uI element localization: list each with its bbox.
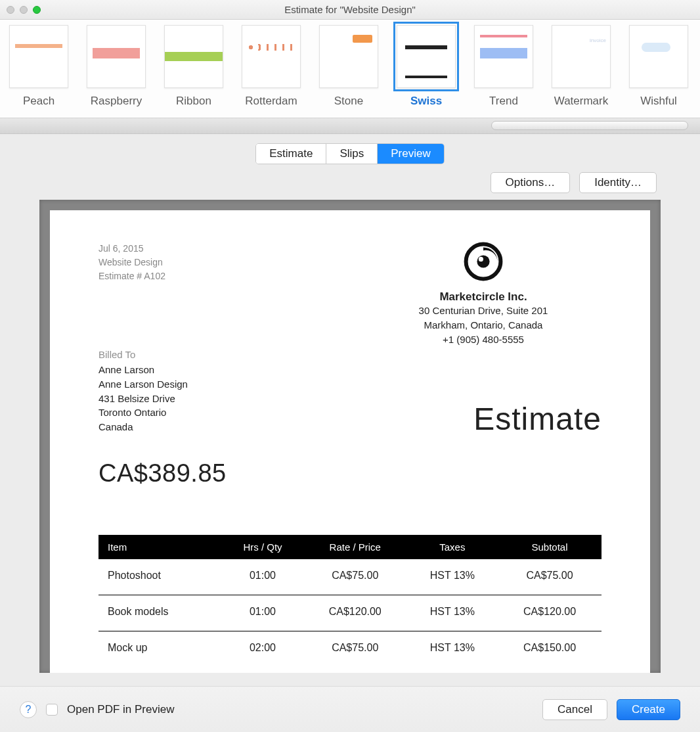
cell-hrs: 02:00: [222, 631, 303, 667]
template-thumb: [164, 25, 223, 88]
col-taxes: Taxes: [407, 535, 498, 559]
template-thumb: [397, 25, 456, 88]
company-block: Marketcircle Inc. 30 Centurian Drive, Su…: [365, 242, 602, 346]
company-logo-icon: [464, 242, 503, 281]
col-hrs: Hrs / Qty: [222, 535, 303, 559]
table-row: Mock up 02:00 CA$75.00 HST 13% CA$150.00: [98, 631, 602, 667]
help-icon: ?: [26, 704, 32, 716]
open-pdf-checkbox[interactable]: [46, 704, 58, 716]
create-button[interactable]: Create: [617, 699, 680, 720]
template-label: Wishful: [640, 95, 677, 108]
template-raspberry[interactable]: Raspberry: [77, 25, 155, 108]
template-thumb: [87, 25, 146, 88]
company-name: Marketcircle Inc.: [365, 290, 602, 304]
billed-to-label: Billed To: [98, 349, 602, 360]
tab-estimate[interactable]: Estimate: [256, 144, 326, 164]
cell-rate: CA$120.00: [303, 595, 407, 631]
template-stone[interactable]: Stone: [310, 25, 387, 108]
col-subtotal: Subtotal: [498, 535, 602, 559]
document-title: Estimate: [473, 401, 602, 437]
cell-taxes: HST 13%: [407, 631, 498, 667]
options-button[interactable]: Options…: [491, 172, 571, 193]
template-thumb: [9, 25, 68, 88]
template-label: Raspberry: [91, 95, 142, 108]
template-trend[interactable]: Trend: [465, 25, 542, 108]
template-label: Peach: [23, 95, 55, 108]
document-total: CA$389.85: [98, 459, 602, 488]
document-page: Jul 6, 2015 Website Design Estimate # A1…: [50, 210, 650, 673]
template-ribbon[interactable]: Ribbon: [155, 25, 232, 108]
template-swiss[interactable]: Swiss: [387, 25, 465, 108]
open-pdf-label[interactable]: Open PDF in Preview: [67, 703, 174, 716]
cell-hrs: 01:00: [222, 559, 303, 595]
tab-slips[interactable]: Slips: [326, 144, 377, 164]
cell-rate: CA$75.00: [303, 631, 407, 667]
svg-point-1: [477, 255, 489, 267]
template-thumb: [319, 25, 378, 88]
view-tabs: Estimate Slips Preview: [255, 143, 444, 164]
cell-subtotal: CA$150.00: [498, 631, 602, 667]
cell-rate: CA$75.00: [303, 559, 407, 595]
template-label: Ribbon: [176, 95, 211, 108]
cell-subtotal: CA$120.00: [498, 595, 602, 631]
company-phone: +1 (905) 480-5555: [365, 332, 602, 347]
cancel-button[interactable]: Cancel: [542, 699, 607, 720]
billed-company: Anne Larson Design: [98, 377, 602, 392]
template-thumb: [629, 25, 688, 88]
help-button[interactable]: ?: [20, 701, 37, 718]
template-label: Rotterdam: [245, 95, 297, 108]
titlebar: Estimate for "Website Design": [0, 0, 700, 20]
company-addr2: Markham, Ontario, Canada: [365, 318, 602, 332]
template-label: Swiss: [410, 95, 442, 108]
cell-taxes: HST 13%: [407, 595, 498, 631]
col-item: Item: [98, 535, 222, 559]
svg-point-2: [479, 257, 483, 262]
cell-item: Photoshoot: [98, 559, 222, 595]
template-thumb: [474, 25, 533, 88]
template-label: Stone: [334, 95, 363, 108]
bottom-bar: ? Open PDF in Preview Cancel Create: [0, 686, 700, 732]
template-scrollbar[interactable]: [0, 118, 700, 134]
template-thumb: invoice: [552, 25, 611, 88]
cell-item: Book models: [98, 595, 222, 631]
template-peach[interactable]: Peach: [0, 25, 77, 108]
cell-hrs: 01:00: [222, 595, 303, 631]
scrollbar-thumb[interactable]: [491, 121, 688, 130]
table-row: Book models 01:00 CA$120.00 HST 13% CA$1…: [98, 595, 602, 631]
window-title: Estimate for "Website Design": [0, 4, 700, 15]
company-addr1: 30 Centurian Drive, Suite 201: [365, 304, 602, 318]
cell-subtotal: CA$75.00: [498, 559, 602, 595]
template-rotterdam[interactable]: Rotterdam: [232, 25, 310, 108]
template-wishful[interactable]: Wishful: [620, 25, 697, 108]
cell-item: Mock up: [98, 631, 222, 667]
template-watermark[interactable]: invoice Watermark: [542, 25, 620, 108]
options-row: Options… Identity…: [0, 170, 700, 200]
template-thumb: [242, 25, 301, 88]
billed-name: Anne Larson: [98, 363, 602, 377]
cell-taxes: HST 13%: [407, 559, 498, 595]
preview-pane[interactable]: Jul 6, 2015 Website Design Estimate # A1…: [39, 200, 661, 673]
view-tabs-row: Estimate Slips Preview: [0, 134, 700, 170]
identity-button[interactable]: Identity…: [579, 172, 657, 193]
tab-preview[interactable]: Preview: [377, 144, 443, 164]
template-strip: Peach Raspberry Ribbon Rotterdam Stone S…: [0, 20, 700, 118]
col-rate: Rate / Price: [303, 535, 407, 559]
table-row: Photoshoot 01:00 CA$75.00 HST 13% CA$75.…: [98, 559, 602, 595]
line-items-table: Item Hrs / Qty Rate / Price Taxes Subtot…: [98, 535, 602, 667]
template-label: Watermark: [554, 95, 609, 108]
template-label: Trend: [489, 95, 518, 108]
